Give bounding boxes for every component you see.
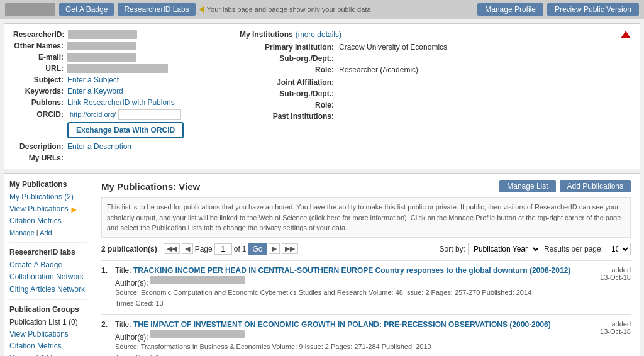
pub-item-2: 2. Title: THE IMPACT OF INVESTMENT ON EC… (101, 314, 631, 356)
view-publications-link[interactable]: View Publications (9, 203, 69, 215)
joint-sub-org-label: Sub-org./Dept.: (240, 89, 334, 98)
my-publications-count-link[interactable]: My Publications (2) (9, 191, 87, 203)
orcid-exchange-wrapper: Exchange Data With ORCID (13, 122, 227, 138)
citing-articles-link[interactable]: Citing Articles Network (9, 284, 87, 296)
results-label-top: Results per page: (544, 245, 603, 253)
pag-last-top[interactable]: ▶▶ (282, 243, 298, 254)
sidebar: My Publications My Publications (2) View… (4, 173, 92, 356)
pub-list1-view-link[interactable]: View Publications (9, 328, 87, 340)
collab-network-link[interactable]: Collaboration Network (9, 271, 87, 283)
pub-list1-manage-link[interactable]: Manage (9, 353, 35, 356)
keywords-link[interactable]: Enter a Keyword (67, 87, 123, 96)
publons-link[interactable]: Link ResearcherID with Publons (67, 98, 175, 107)
researcher-id-labs-title: ResearcherID labs (9, 248, 87, 257)
sub-org-label: Sub-org./Dept.: (240, 54, 334, 63)
orcid-exchange-button[interactable]: Exchange Data With ORCID (67, 122, 184, 138)
top-bar: Get A Badge ResearcherID Labs Your labs … (0, 0, 644, 19)
url-label: URL: (13, 64, 64, 73)
pub-count-top: 2 publication(s) (101, 245, 157, 253)
pub-title-link-2[interactable]: THE IMPACT OF INVESTMENT ON ECONOMIC GRO… (133, 320, 551, 329)
other-names-value (67, 42, 136, 50)
page-label-top: Page (195, 245, 213, 253)
sidebar-item-my-publications: My Publications (2) (9, 191, 87, 203)
results-select-top[interactable]: 10 (606, 243, 631, 255)
pub-cited-2: Times Cited: 1 (115, 352, 577, 356)
pag-go-top[interactable]: Go (248, 243, 267, 255)
joint-affil-row: Joint Affiliation: (240, 78, 631, 87)
collapse-icon[interactable] (621, 31, 631, 38)
pub-added-2: added 13-Oct-18 (580, 320, 631, 356)
joint-affil-label: Joint Affiliation: (240, 78, 334, 87)
pub-source-1: Source: Economic Computation and Economi… (115, 287, 577, 299)
description-row: Description: Enter a Description (13, 142, 227, 151)
pub-count-bar-top: 2 publication(s) ◀◀ ◀ Page of 1 Go ▶ ▶▶ … (101, 243, 631, 255)
primary-inst-label: Primary Institution: (240, 43, 334, 52)
add-publications-button[interactable]: Add Publications (560, 180, 631, 192)
pub-added-label-2: added (580, 320, 631, 328)
pub-added-date-2: 13-Oct-18 (580, 328, 631, 335)
pub-notice-text: This list is to be used for publications… (107, 203, 621, 231)
publons-row: Publons: Link ResearcherID with Publons (13, 98, 227, 107)
pagination-top: ◀◀ ◀ Page of 1 Go ▶ ▶▶ (164, 243, 299, 255)
manage-add-row: Manage | Add (9, 228, 87, 239)
pag-next-top[interactable]: ▶ (269, 243, 280, 254)
institutions-title: My Institutions (240, 30, 293, 39)
sub-org-row: Sub-org./Dept.: (240, 54, 631, 63)
other-names-row: Other Names: (13, 42, 227, 50)
manage-profile-button[interactable]: Manage Profile (477, 3, 543, 16)
create-badge-link[interactable]: Create A Badge (9, 259, 87, 271)
sort-select-top[interactable]: Publication Year (468, 243, 541, 255)
researcher-id-row: ResearcherID: (13, 30, 227, 39)
subject-row: Subject: Enter a Subject (13, 75, 227, 84)
orcid-label: ORCID: (13, 110, 64, 119)
pub-notice: This list is to be used for publications… (101, 197, 631, 238)
other-names-label: Other Names: (13, 42, 64, 50)
keywords-row: Keywords: Enter a Keyword (13, 87, 227, 96)
pub-title-row-2: Title: THE IMPACT OF INVESTMENT ON ECONO… (115, 320, 577, 329)
description-link[interactable]: Enter a Description (67, 142, 131, 151)
pub-groups-title: Publication Groups (9, 305, 87, 314)
email-value (67, 53, 136, 62)
pag-first-top[interactable]: ◀◀ (164, 243, 180, 254)
profile-left: ResearcherID: Other Names: E-mail: URL: … (13, 30, 227, 162)
pub-added-date-1: 13-Oct-18 (580, 274, 631, 281)
manage-link[interactable]: Manage (9, 229, 35, 236)
pub-item-1: 1. Title: TRACKING INCOME PER HEAD IN CE… (101, 260, 631, 314)
researcher-id-labs-button[interactable]: ResearcherID Labs (118, 3, 195, 16)
pub-panel-header: My Publications: View Manage List Add Pu… (101, 180, 631, 192)
pub-added-1: added 13-Oct-18 (580, 266, 631, 309)
page-input-top[interactable] (214, 243, 232, 255)
url-value (67, 64, 168, 73)
publications-panel: My Publications: View Manage List Add Pu… (92, 173, 640, 356)
more-details-link[interactable]: (more details) (296, 30, 341, 39)
pub-added-label-1: added (580, 266, 631, 274)
manage-list-button[interactable]: Manage List (499, 180, 555, 192)
orcid-input[interactable] (118, 109, 181, 120)
past-inst-row: Past Institutions: (240, 112, 631, 121)
pag-prev-top[interactable]: ◀ (182, 243, 193, 254)
researcher-id-label: ResearcherID: (13, 30, 64, 39)
pub-title-row-1: Title: TRACKING INCOME PER HEAD IN CENTR… (115, 266, 577, 275)
add-link[interactable]: Add (40, 229, 52, 236)
keywords-label: Keywords: (13, 87, 64, 96)
pub-author-box-1 (150, 276, 245, 284)
pub-list1-add-link[interactable]: Add (40, 353, 52, 356)
arrow-left-icon (199, 6, 204, 13)
role-row: Role: Researcher (Academic) (240, 65, 631, 74)
role-value: Researcher (Academic) (339, 65, 418, 74)
publons-label: Publons: (13, 98, 64, 107)
pub-title-prefix-1: Title: (115, 266, 133, 275)
pub-title-link-1[interactable]: TRACKING INCOME PER HEAD IN CENTRAL-SOUT… (133, 266, 570, 275)
role-label: Role: (240, 65, 334, 74)
subject-link[interactable]: Enter a Subject (67, 75, 119, 84)
sort-by-label-top: Sort by: (440, 245, 465, 253)
get-badge-button[interactable]: Get A Badge (59, 3, 114, 16)
pub-cited-1: Times Cited: 13 (115, 298, 577, 309)
pub-list1-citation-link[interactable]: Citation Metrics (9, 340, 87, 352)
pub-header-buttons: Manage List Add Publications (499, 180, 631, 192)
sidebar-view-publications-wrapper: View Publications ► (9, 203, 87, 215)
of-label-top: of (234, 245, 240, 253)
preview-public-button[interactable]: Preview Public Version (547, 3, 639, 16)
pub-authors-row-1: Author(s): (115, 275, 577, 287)
citation-metrics-link[interactable]: Citation Metrics (9, 215, 87, 227)
